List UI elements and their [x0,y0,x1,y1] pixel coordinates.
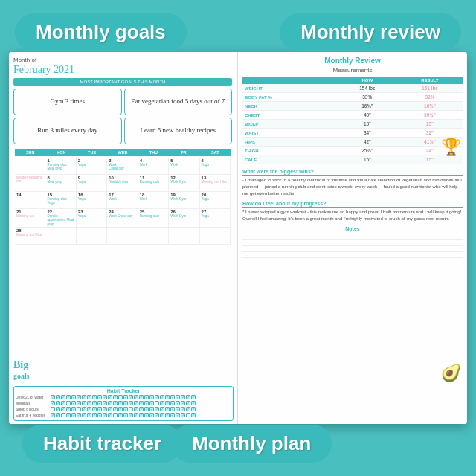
habit-check: ✓ [144,413,149,417]
meas-now: 34" [338,129,397,138]
habit-check [155,401,159,405]
big-goals-logo: Big goals [13,359,30,381]
habit-check: ✓ [170,413,175,417]
habit-check: ✓ [176,413,180,417]
monthly-review-label: Monthly review [280,13,461,51]
cal-cell: 16Yoga [77,192,107,208]
habit-check: ✓ [181,395,185,399]
habit-checks-1: ✓ ✓ ✓ ✓ ✓ ✓ ✓ ✓ ✓ ✓ ✓ ✓ ✓ ✓ ✓ ✓ [51,395,196,399]
habit-row-2: Medicate ✓ ✓ ✓ ✓ ✓ ✓ ✓ ✓ ✓ ✓ ✓ ✓ ✓ ✓ [16,401,231,405]
cal-week-2: 14 15Running club Yoga 16Yoga 17Work 18W… [15,192,231,209]
wins-text: - I managed to stick to a healthy diet m… [242,177,463,197]
habit-check: ✓ [97,395,102,399]
habit-check: ✓ [118,401,123,405]
table-row: CALF 15" 15" [242,155,463,164]
habit-check: ✓ [139,407,144,411]
cal-cell: 21Morning run [15,209,45,227]
cal-cell: 22Dentist appointment Meal prep [45,209,76,227]
goal-3: Run 3 miles every day [13,118,122,144]
cal-header-fri: FRI [169,149,199,156]
habit-check: ✓ [56,401,60,405]
habit-check: ✓ [186,407,190,411]
habit-check: ✓ [61,395,65,399]
habit-check: ✓ [155,395,159,399]
goals-grid: Gym 3 times Eat vegetarian food 5 days o… [13,89,232,144]
monthly-calendar: SUN MON TUE WED THU FRI SAT 1Running clu… [13,147,232,246]
meas-result: 151 lbs [397,84,463,93]
cal-cell: 3WorkCheat day [107,158,138,174]
habit-check: ✓ [144,407,149,411]
habit-check: ✓ [170,401,175,405]
habit-check: ✓ [92,401,97,405]
habit-check: ✓ [165,401,170,405]
right-page: Monthly Review Measurements NOW RESULT W… [238,52,467,424]
meas-now: 33% [338,93,397,102]
habit-check: ✓ [97,401,102,405]
goal-4: Learn 5 new healthy recipes [124,118,233,144]
habit-check: ✓ [123,401,128,405]
habit-check: ✓ [87,395,91,399]
habit-checks-3: ✓ ✓ ✓ ✓ ✓ ✓ ✓ ✓ ✓ ✓ ✓ ✓ ✓ ✓ ✓ [51,407,196,411]
habit-check: ✓ [108,401,112,405]
habit-check: ✓ [191,413,196,417]
goal-1: Gym 3 times [13,89,122,115]
habit-check: ✓ [134,401,138,405]
habit-label-4: Eat fruit 4 veggies [16,413,49,417]
habit-check: ✓ [155,407,159,411]
habit-check: ✓ [82,407,86,411]
cal-cell: 6Yoga [200,158,231,174]
note-line [242,234,463,240]
habit-label-1: Drink 2L of water [16,395,49,399]
habit-check: ✓ [139,395,144,399]
habit-check: ✓ [118,407,123,411]
cal-cell: 12Work Gym [169,175,199,191]
cal-cell: 15Running club Yoga [45,192,76,208]
habit-check: ✓ [170,395,175,399]
habit-check: ✓ [92,413,97,417]
habit-check: ✓ [181,407,185,411]
cal-cell: 2Yoga [77,158,107,174]
cal-week-1: 1Running clubMeal prep 2Yoga 3WorkCheat … [15,158,231,175]
habit-check [186,413,190,417]
meas-label: HIPS [242,138,338,147]
habit-check: ✓ [149,407,154,411]
habit-check: ✓ [87,413,91,417]
cal-cell: 13Morning run Hike [200,175,231,191]
cal-header-thu: THU [138,149,169,156]
habit-tracker-title: Habit Tracker [16,388,231,393]
cal-header-tue: TUE [77,149,107,156]
habit-row-3: Sleep 8 hours ✓ ✓ ✓ ✓ ✓ ✓ ✓ ✓ ✓ ✓ ✓ ✓ ✓ [16,407,231,411]
habit-check: ✓ [87,407,91,411]
month-title: February 2021 [13,64,232,76]
cal-cell: 10Nutrition clas [107,175,138,191]
habit-check: ✓ [87,401,91,405]
cal-cell: 19Work Gym [169,192,199,208]
notes-lines [242,234,463,258]
habit-check: ✓ [66,395,71,399]
cal-cell: 26Work Gym [169,209,199,227]
habit-check: ✓ [56,407,60,411]
cal-cell: 27Yoga [200,209,231,227]
habit-check: ✓ [108,407,112,411]
habit-check: ✓ [103,407,107,411]
measurements-table: NOW RESULT WEIGHT 154 lbs 151 lbs BODY F… [242,77,463,164]
meas-result: 15" [397,120,463,129]
cal-cell [169,228,199,244]
note-line [242,240,463,246]
habit-check: ✓ [181,413,185,417]
habit-check: ✓ [71,413,76,417]
goals-banner: MOST IMPORTANT GOALS THIS MONTH [13,78,232,86]
habit-checks-2: ✓ ✓ ✓ ✓ ✓ ✓ ✓ ✓ ✓ ✓ ✓ ✓ ✓ ✓ ✓ ✓ [51,401,196,405]
habit-check: ✓ [71,407,76,411]
habit-check: ✓ [123,407,128,411]
habit-check: ✓ [181,401,185,405]
notes-section: Notes [242,226,463,258]
habit-check: ✓ [77,413,81,417]
table-row: HIPS 42" 41⅞" [242,138,463,147]
cal-cell: 18Work [138,192,169,208]
table-row: NECK 16⅝" 16⅝" [242,102,463,111]
habit-check [129,407,133,411]
habit-tracker-section: Habit Tracker Drink 2L of water ✓ ✓ ✓ ✓ … [13,386,234,421]
cal-cell: 14 [15,192,45,208]
habit-label-2: Medicate [16,401,49,405]
